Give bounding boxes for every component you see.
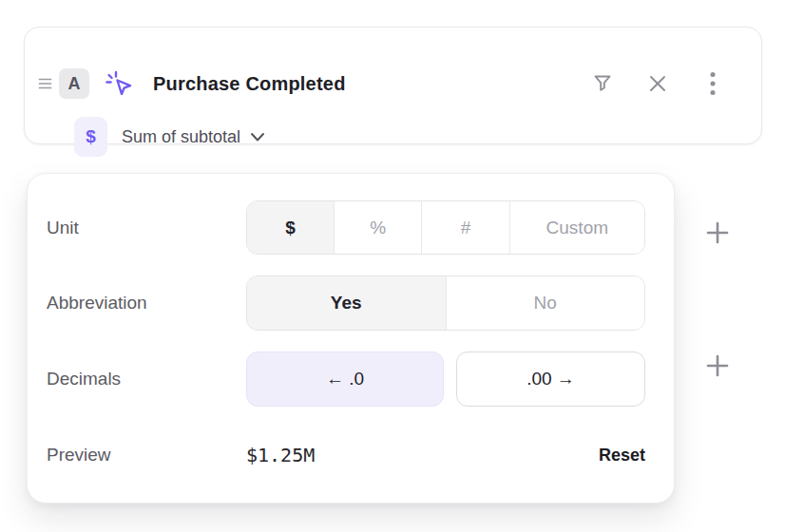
add-metric-button[interactable] [704,219,731,246]
abbreviation-label: Abbreviation [47,293,246,314]
event-title: Purchase Completed [153,73,346,95]
plus-icon [705,353,730,378]
decimals-label: Decimals [47,369,246,390]
filter-funnel-icon[interactable] [590,71,615,96]
abbreviation-option-yes[interactable]: Yes [247,276,446,330]
unit-option-custom[interactable]: Custom [509,201,644,254]
add-formula-button[interactable] [704,352,731,379]
abbreviation-segmented-control: Yes No [246,276,645,331]
event-letter-badge: A [59,68,89,99]
preview-label: Preview [47,445,246,466]
unit-row: Unit $ % # Custom [47,200,643,255]
event-card-actions [590,71,761,96]
metric-selector[interactable]: $ Sum of subtotal [74,117,265,157]
unit-option-number[interactable]: # [421,201,508,254]
dollar-icon: $ [74,117,107,157]
abbreviation-row: Abbreviation Yes No [47,276,643,331]
unit-label: Unit [47,218,246,238]
decimals-increase-button[interactable]: .00 → [456,352,645,407]
preview-row: Preview $1.25M Reset [47,428,643,483]
close-icon[interactable] [645,71,670,96]
click-cursor-icon [104,67,136,100]
unit-segmented-control: $ % # Custom [246,200,645,255]
chevron-down-icon[interactable] [250,132,265,142]
unit-option-dollar[interactable]: $ [247,201,334,254]
reset-button[interactable]: Reset [599,446,645,466]
kebab-menu-icon[interactable] [700,71,725,96]
number-format-panel: Unit $ % # Custom Abbreviation Yes No [27,173,675,504]
decimals-row: Decimals ← .0 .00 → [47,352,643,407]
plus-icon [705,220,730,245]
drag-handle-icon[interactable] [32,77,57,90]
unit-option-percent[interactable]: % [334,201,421,254]
metric-label: Sum of subtotal [122,127,240,147]
screen: A Purchase Completed [0,0,785,532]
preview-value: $1.25M [246,444,315,466]
event-card-header: A Purchase Completed [25,64,761,104]
decimals-decrease-button[interactable]: ← .0 [246,352,444,407]
event-card: A Purchase Completed [24,27,762,144]
abbreviation-option-no[interactable]: No [446,276,645,330]
